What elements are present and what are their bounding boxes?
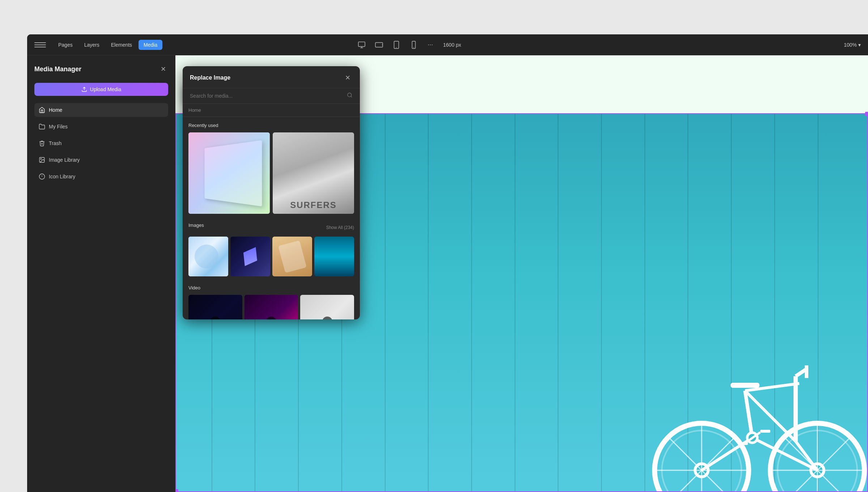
sidebar-item-home[interactable]: Home [34,103,168,117]
main-content: Media Manager ✕ Upload Media Home My Fil… [27,55,868,492]
toolbar-center: ··· 1600 px [355,38,461,51]
images-grid [188,237,354,276]
svg-point-8 [413,47,414,47]
video-thumb-2[interactable]: ▶ [244,295,298,319]
device-mobile-btn[interactable] [407,38,420,51]
video-thumb-3[interactable]: ▶ [300,295,354,319]
sidebar-item-myfiles[interactable]: My Files [34,120,168,133]
svg-rect-0 [358,42,365,46]
top-toolbar: Pages Layers Elements Media ··· 1600 px [27,34,868,55]
menu-icon[interactable] [34,39,46,51]
image-thumb-2[interactable] [230,237,270,276]
video-section-title: Video [188,285,354,290]
video-grid: ▶ ▶ ▶ [188,295,354,319]
device-tablet-portrait-btn[interactable] [390,38,403,51]
video-section: Video ▶ ▶ [188,285,354,319]
svg-point-4 [382,44,383,45]
recently-used-title: Recently used [188,123,354,128]
images-section-header: Images Show All (234) [188,222,354,232]
sidebar-item-trash[interactable]: Trash [34,136,168,150]
modal-title: Replace Image [190,75,230,81]
sidebar-item-trash-label: Trash [49,140,61,146]
recently-used-grid: SURFERS [188,132,354,214]
px-display: 1600 px [443,42,461,48]
media-sidebar: Media Manager ✕ Upload Media Home My Fil… [27,55,175,492]
nav-media[interactable]: Media [139,40,162,50]
show-all-link[interactable]: Show All (234) [326,225,354,230]
toolbar-nav: Pages Layers Elements Media [53,40,162,50]
image-thumb-3[interactable] [272,237,312,276]
svg-point-11 [41,158,41,159]
replace-image-modal: Replace Image ✕ Home [183,66,360,319]
recently-used-item-1[interactable] [188,132,270,214]
svg-rect-3 [375,42,383,47]
upload-media-label: Upload Media [90,86,121,92]
sidebar-header: Media Manager ✕ [34,64,168,74]
device-tablet-landscape-btn[interactable] [373,38,386,51]
image-thumb-1[interactable] [188,237,228,276]
nav-elements[interactable]: Elements [106,40,137,50]
svg-line-51 [351,96,352,97]
upload-media-btn[interactable]: Upload Media [34,83,168,96]
svg-point-6 [396,47,397,48]
close-sidebar-btn[interactable]: ✕ [158,64,168,74]
modal-close-btn[interactable]: ✕ [342,73,353,83]
canvas-area: Image [175,55,868,492]
image-thumb-4[interactable] [314,237,354,276]
zoom-display[interactable]: 100% ▾ [844,42,861,48]
sidebar-item-myfiles-label: My Files [49,124,68,130]
modal-body: Recently used SURFERS [183,117,360,319]
modal-search [183,88,360,104]
device-desktop-btn[interactable] [355,38,368,51]
sidebar-item-icon-library-label: Icon Library [49,174,75,179]
recently-used-item-2[interactable]: SURFERS [273,132,354,214]
app-window: Pages Layers Elements Media ··· 1600 px [27,34,868,492]
images-section: Images Show All (234) [188,222,354,276]
nav-pages[interactable]: Pages [53,40,78,50]
svg-point-50 [348,93,352,97]
modal-breadcrumb: Home [183,104,360,117]
modal-header: Replace Image ✕ [183,66,360,88]
toolbar-more-btn[interactable]: ··· [425,39,436,50]
sidebar-item-icon-library[interactable]: Icon Library [34,170,168,183]
sidebar-item-image-library-label: Image Library [49,157,80,163]
sidebar-item-image-library[interactable]: Image Library [34,153,168,167]
nav-layers[interactable]: Layers [79,40,105,50]
sidebar-title: Media Manager [34,65,81,73]
media-search-input[interactable] [188,93,354,99]
sidebar-item-home-label: Home [49,107,62,113]
images-section-title: Images [188,222,204,228]
modal-overlay: Replace Image ✕ Home [175,55,868,492]
search-icon [347,92,353,99]
video-thumb-1[interactable]: ▶ [188,295,242,319]
